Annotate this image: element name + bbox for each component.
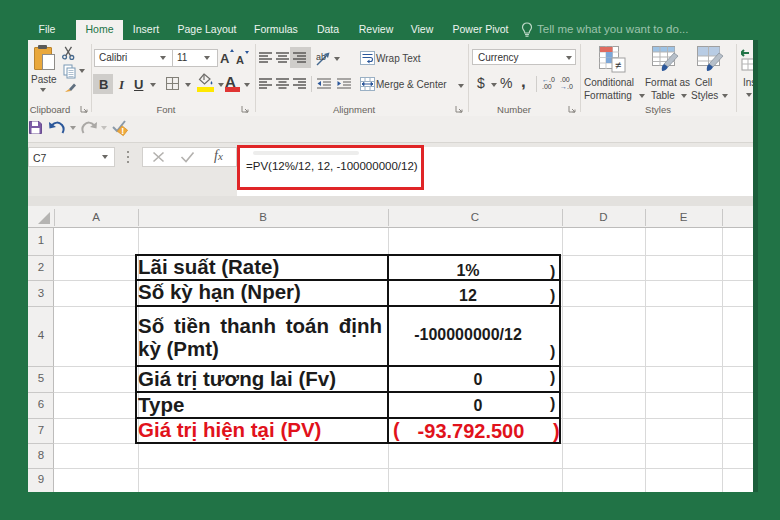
svg-text:ab: ab	[316, 52, 326, 62]
svg-text:≠: ≠	[615, 59, 621, 71]
svg-text:!: !	[121, 126, 124, 136]
